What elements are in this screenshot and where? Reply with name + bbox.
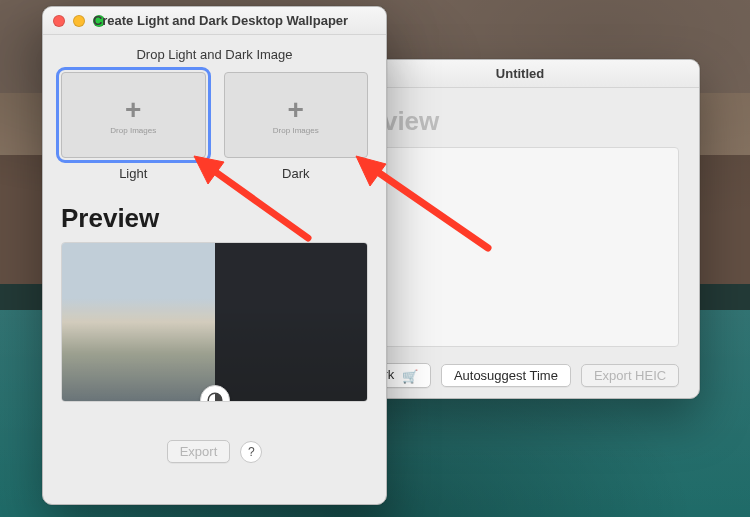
dark-dropzone[interactable]: + Drop Images <box>224 72 369 158</box>
light-drop-placeholder: Drop Images <box>110 126 156 135</box>
window-title: Untitled <box>351 66 689 81</box>
autosuggest-time-button[interactable]: Autosuggest Time <box>441 364 571 387</box>
export-heic-button[interactable]: Export HEIC <box>581 364 679 387</box>
dark-label: Dark <box>224 166 369 181</box>
drop-instruction: Drop Light and Dark Image <box>61 47 368 62</box>
export-button[interactable]: Export <box>167 440 231 463</box>
create-wallpaper-window: Create Light and Dark Desktop Wallpaper … <box>42 6 387 505</box>
help-button[interactable]: ? <box>240 441 262 463</box>
light-dropzone[interactable]: + Drop Images <box>61 72 206 158</box>
close-icon[interactable] <box>53 15 65 27</box>
preview-heading: Preview <box>61 203 368 234</box>
preview-canvas <box>341 147 679 347</box>
titlebar[interactable]: Create Light and Dark Desktop Wallpaper <box>43 7 386 35</box>
bottom-toolbar: Export ? <box>61 440 368 463</box>
window-title: Create Light and Dark Desktop Wallpaper <box>65 13 376 28</box>
plus-icon: + <box>288 96 304 124</box>
cart-icon: 🛒 <box>402 369 418 384</box>
preview-dark-half <box>215 243 368 401</box>
preview-light-half <box>62 243 215 401</box>
plus-icon: + <box>125 96 141 124</box>
preview-heading: Preview <box>341 106 679 137</box>
preview-canvas <box>61 242 368 402</box>
contrast-icon <box>206 391 224 402</box>
light-label: Light <box>61 166 206 181</box>
dark-drop-placeholder: Drop Images <box>273 126 319 135</box>
